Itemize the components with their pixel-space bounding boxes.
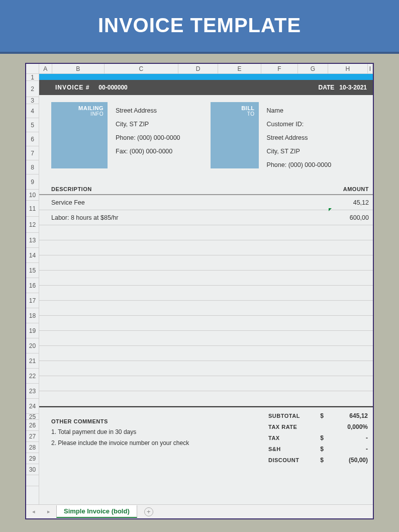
total-value: 645,12 bbox=[324, 412, 369, 419]
comments-title: OTHER COMMENTS bbox=[51, 418, 268, 424]
total-label: TAX RATE bbox=[268, 424, 314, 430]
col-header[interactable]: I bbox=[368, 64, 373, 73]
date-label: DATE bbox=[319, 84, 335, 91]
col-header[interactable]: C bbox=[105, 64, 178, 73]
total-row: DISCOUNT$(50,00) bbox=[268, 455, 369, 466]
row-header[interactable]: 3 bbox=[26, 97, 39, 104]
col-header[interactable]: A bbox=[39, 64, 52, 73]
row-header[interactable]: 14 bbox=[26, 248, 39, 263]
total-row: SUBTOTAL$645,12 bbox=[268, 410, 369, 421]
billto-title: BILL bbox=[215, 105, 255, 111]
row-header[interactable]: 21 bbox=[26, 353, 39, 369]
billto-line: Street Address bbox=[267, 131, 332, 145]
row-header[interactable]: 6 bbox=[26, 132, 39, 146]
info-row: MAILING INFO Street Address City, ST ZIP… bbox=[39, 102, 373, 172]
row-header[interactable]: 5 bbox=[26, 118, 39, 132]
line-item-desc: Service Fee bbox=[51, 199, 329, 206]
line-item-row[interactable] bbox=[39, 376, 373, 391]
billto-sub: TO bbox=[215, 111, 255, 117]
row-header[interactable]: 30 bbox=[26, 464, 39, 475]
total-currency: $ bbox=[314, 446, 324, 453]
row-header[interactable]: 13 bbox=[26, 233, 39, 248]
total-value: 0,000% bbox=[324, 423, 369, 430]
row-header[interactable]: 16 bbox=[26, 278, 39, 293]
row-header[interactable]: 7 bbox=[26, 146, 39, 160]
top-accent-bar bbox=[39, 74, 373, 80]
line-item-amount: 600,00 bbox=[329, 214, 369, 221]
col-header[interactable]: F bbox=[261, 64, 298, 73]
amount-col-label: AMOUNT bbox=[329, 186, 369, 192]
line-items: Service Fee45,12Labor: 8 hours at $85/hr… bbox=[39, 195, 373, 406]
col-header[interactable]: D bbox=[178, 64, 218, 73]
line-item-row[interactable] bbox=[39, 286, 373, 301]
add-sheet-button[interactable]: + bbox=[144, 507, 153, 516]
row-header[interactable]: 9 bbox=[26, 174, 39, 190]
line-item-row[interactable] bbox=[39, 255, 373, 271]
col-header[interactable]: E bbox=[218, 64, 261, 73]
line-item-row[interactable]: Labor: 8 hours at $85/hr600,00 bbox=[39, 210, 373, 225]
nav-prev-icon[interactable]: ◂ bbox=[32, 508, 35, 515]
row-header[interactable]: 20 bbox=[26, 338, 39, 353]
total-label: DISCOUNT bbox=[268, 457, 314, 463]
row-header[interactable]: 22 bbox=[26, 369, 39, 384]
col-header[interactable]: G bbox=[298, 64, 328, 73]
line-item-row[interactable] bbox=[39, 331, 373, 346]
sheet-nav[interactable]: ◂ ▸ bbox=[26, 508, 56, 515]
line-item-row[interactable] bbox=[39, 301, 373, 316]
col-header[interactable]: H bbox=[328, 64, 368, 73]
comment-line: 1. Total payment due in 30 days bbox=[51, 428, 268, 435]
row-header[interactable]: 8 bbox=[26, 160, 39, 174]
total-label: S&H bbox=[268, 446, 314, 452]
total-currency: $ bbox=[314, 434, 324, 441]
billto-line: Name bbox=[267, 104, 332, 118]
col-header[interactable]: B bbox=[52, 64, 105, 73]
line-item-row[interactable] bbox=[39, 361, 373, 376]
row-header[interactable]: 28 bbox=[26, 442, 39, 453]
sheet-tab-active[interactable]: Simple Invoice (bold) bbox=[56, 505, 137, 518]
row-header[interactable]: 15 bbox=[26, 263, 39, 278]
billto-line: Phone: (000) 000-0000 bbox=[267, 158, 332, 172]
row-header[interactable]: 24 bbox=[26, 399, 39, 414]
row-header[interactable]: 27 bbox=[26, 431, 39, 442]
sheet-tab-bar: ◂ ▸ Simple Invoice (bold) + bbox=[26, 504, 373, 518]
total-currency: $ bbox=[314, 412, 324, 419]
excel-window: A B C D E F G H I 1234567891011121314151… bbox=[25, 63, 374, 519]
nav-next-icon[interactable]: ▸ bbox=[47, 508, 50, 515]
row-header[interactable]: 12 bbox=[26, 217, 39, 233]
total-value: - bbox=[324, 446, 369, 453]
column-headers: A B C D E F G H I bbox=[26, 64, 373, 74]
total-row: S&H$- bbox=[268, 444, 369, 455]
line-item-row[interactable] bbox=[39, 316, 373, 331]
mailing-sub: INFO bbox=[55, 111, 104, 117]
row-header[interactable]: 2 bbox=[26, 81, 39, 97]
row-header[interactable]: 25 bbox=[26, 414, 39, 420]
row-header[interactable]: 11 bbox=[26, 201, 39, 217]
line-item-row[interactable] bbox=[39, 271, 373, 286]
line-item-row[interactable] bbox=[39, 391, 373, 406]
row-header[interactable]: 18 bbox=[26, 308, 39, 323]
invoice-number: 00-000000 bbox=[98, 84, 127, 91]
row-header[interactable]: 10 bbox=[26, 190, 39, 201]
page-wrap: A B C D E F G H I 1234567891011121314151… bbox=[0, 54, 399, 519]
line-item-row[interactable] bbox=[39, 225, 373, 240]
row-header[interactable]: 4 bbox=[26, 104, 39, 118]
comment-line: 2. Please include the invoice number on … bbox=[51, 439, 268, 447]
line-item-amount: 45,12 bbox=[329, 199, 369, 206]
total-label: SUBTOTAL bbox=[268, 413, 314, 419]
line-item-row[interactable] bbox=[39, 240, 373, 255]
page-banner: INVOICE TEMPLATE bbox=[0, 0, 399, 54]
mailing-line: Fax: (000) 000-0000 bbox=[116, 145, 180, 158]
row-header[interactable]: 1 bbox=[26, 74, 39, 81]
row-header[interactable] bbox=[26, 475, 39, 486]
line-item-row[interactable] bbox=[39, 346, 373, 361]
row-header[interactable]: 26 bbox=[26, 420, 39, 431]
select-all-cell[interactable] bbox=[26, 64, 39, 73]
row-header[interactable]: 19 bbox=[26, 323, 39, 338]
row-header[interactable]: 29 bbox=[26, 453, 39, 464]
row-header[interactable]: 17 bbox=[26, 293, 39, 308]
mailing-title: MAILING bbox=[55, 105, 104, 111]
sheet-area[interactable]: INVOICE # 00-000000 DATE 10-3-2021 MAILI… bbox=[39, 74, 373, 505]
mailing-line: Street Address bbox=[116, 104, 180, 118]
line-item-row[interactable]: Service Fee45,12 bbox=[39, 195, 373, 210]
row-header[interactable]: 23 bbox=[26, 384, 39, 399]
